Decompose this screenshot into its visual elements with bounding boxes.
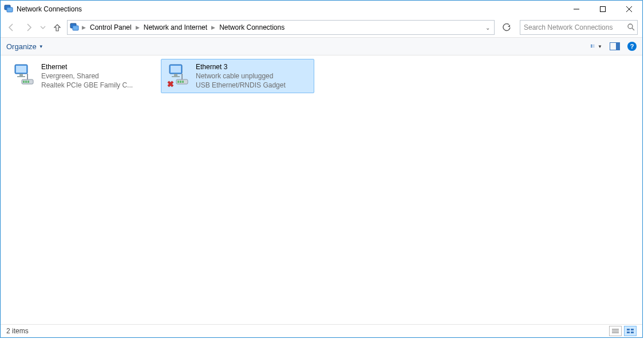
svg-rect-23 — [27, 81, 29, 83]
svg-rect-39 — [627, 332, 630, 333]
maximize-button[interactable] — [590, 1, 616, 18]
chevron-right-icon[interactable]: ▶ — [210, 21, 217, 34]
svg-point-8 — [628, 24, 633, 29]
svg-rect-11 — [591, 46, 592, 47]
unplugged-icon: ✖ — [167, 79, 175, 87]
view-tiles-button[interactable] — [624, 326, 637, 336]
svg-rect-27 — [174, 74, 177, 76]
content-area[interactable]: Ethernet Evergreen, Shared Realtek PCIe … — [1, 55, 642, 324]
status-bar: 2 items — [1, 324, 642, 337]
search-icon[interactable] — [627, 23, 635, 33]
connection-name: Ethernet 3 — [196, 62, 286, 71]
network-adapter-icon: ✖ — [166, 62, 191, 87]
minimize-button[interactable] — [563, 1, 590, 18]
help-button[interactable]: ? — [627, 42, 637, 51]
organize-label: Organize — [6, 42, 37, 51]
svg-rect-26 — [171, 66, 181, 73]
close-button[interactable] — [616, 1, 642, 18]
connection-name: Ethernet — [41, 62, 133, 71]
network-adapter-icon — [11, 62, 37, 87]
titlebar: Network Connections — [1, 1, 642, 18]
svg-line-9 — [632, 28, 634, 30]
svg-rect-1 — [7, 7, 13, 12]
svg-rect-31 — [180, 81, 181, 83]
breadcrumb-item[interactable]: Control Panel — [88, 21, 134, 34]
chevron-down-icon: ▼ — [39, 44, 44, 49]
svg-rect-3 — [600, 7, 606, 12]
svg-rect-22 — [25, 81, 27, 83]
location-icon — [69, 22, 80, 33]
item-count: 2 items — [6, 327, 29, 335]
up-button[interactable] — [50, 20, 65, 35]
window: Network Connections — [0, 0, 643, 338]
breadcrumb-item[interactable]: Network and Internet — [141, 21, 210, 34]
preview-pane-button[interactable] — [609, 41, 621, 52]
breadcrumb-item[interactable]: Network Connections — [217, 21, 287, 34]
connection-status: Evergreen, Shared — [41, 71, 133, 81]
svg-rect-40 — [631, 332, 634, 333]
search-box[interactable] — [520, 20, 638, 35]
svg-rect-38 — [631, 329, 634, 330]
chevron-right-icon[interactable]: ▶ — [134, 21, 141, 34]
back-button[interactable] — [4, 20, 19, 35]
view-options-button[interactable]: ▼ — [591, 41, 602, 52]
svg-rect-28 — [172, 76, 180, 77]
command-bar: Organize ▼ ▼ ? — [1, 37, 642, 55]
svg-rect-30 — [177, 81, 179, 83]
svg-rect-19 — [17, 76, 25, 77]
svg-rect-7 — [73, 26, 78, 30]
svg-rect-10 — [591, 45, 592, 46]
address-dropdown-button[interactable]: ⌄ — [483, 25, 493, 31]
window-title: Network Connections — [17, 5, 82, 13]
navigation-bar: ▶ Control Panel ▶ Network and Internet ▶… — [1, 18, 642, 37]
search-input[interactable] — [523, 23, 627, 32]
connection-device: Realtek PCIe GBE Family C... — [41, 81, 133, 90]
organize-button[interactable]: Organize ▼ — [6, 42, 44, 51]
recent-locations-button[interactable] — [38, 20, 48, 35]
svg-rect-17 — [16, 66, 26, 73]
svg-rect-32 — [182, 81, 184, 83]
refresh-button[interactable] — [499, 20, 514, 35]
network-connection-item[interactable]: ✖ Ethernet 3 Network cable unplugged USB… — [161, 59, 314, 93]
chevron-right-icon[interactable]: ▶ — [80, 21, 88, 34]
svg-rect-37 — [627, 329, 630, 330]
chevron-down-icon: ▼ — [598, 44, 602, 49]
network-connection-item[interactable]: Ethernet Evergreen, Shared Realtek PCIe … — [6, 59, 160, 93]
svg-rect-21 — [23, 81, 25, 83]
svg-rect-15 — [616, 43, 619, 50]
app-icon — [4, 4, 13, 15]
svg-rect-18 — [19, 74, 23, 76]
address-bar[interactable]: ▶ Control Panel ▶ Network and Internet ▶… — [67, 20, 495, 35]
view-details-button[interactable] — [609, 326, 622, 336]
connection-status: Network cable unplugged — [196, 71, 286, 81]
forward-button[interactable] — [21, 20, 36, 35]
connection-device: USB Ethernet/RNDIS Gadget — [196, 81, 286, 90]
